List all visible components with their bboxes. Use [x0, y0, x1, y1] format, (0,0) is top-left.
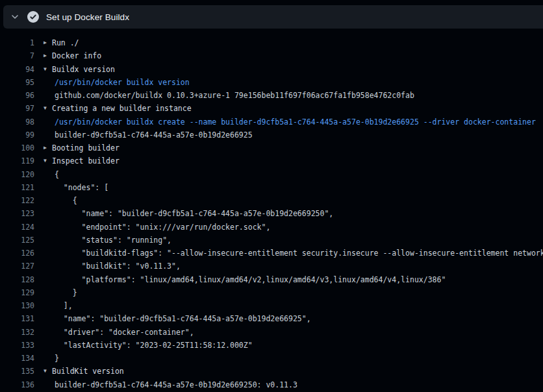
- line-number[interactable]: 132: [0, 326, 34, 339]
- log-output-text: "buildkitd-flags": "--allow-insecure-ent…: [44, 247, 543, 260]
- check-circle-icon: [27, 11, 39, 23]
- line-number[interactable]: 120: [0, 168, 34, 181]
- triangle-right-icon: ▶: [44, 49, 49, 62]
- chevron-down-icon[interactable]: [10, 12, 20, 22]
- log-output-text: "buildkit": "v0.11.3",: [44, 260, 181, 273]
- log-group-header[interactable]: ▼Creating a new builder instance: [44, 102, 192, 115]
- triangle-right-icon: ▶: [44, 141, 49, 154]
- log-output-text: "endpoint": "unix:///var/run/docker.sock…: [44, 221, 270, 234]
- log-line: 120{: [0, 168, 543, 181]
- log-line: 132 "driver": "docker-container",: [0, 326, 543, 339]
- log-group-header[interactable]: ▶Booting builder: [44, 141, 120, 154]
- log-group-title: Inspect builder: [52, 154, 120, 167]
- line-number[interactable]: 128: [0, 273, 34, 286]
- log-group-title: Buildx version: [52, 63, 115, 76]
- log-line: 119▼Inspect builder: [0, 154, 543, 167]
- log-group-header[interactable]: ▼BuildKit version: [44, 365, 124, 378]
- line-number[interactable]: 98: [0, 116, 34, 129]
- log-line: 135▼BuildKit version: [0, 365, 543, 378]
- log-output-text: "lastActivity": "2023-02-25T11:58:12.000…: [44, 339, 253, 352]
- log-line: 134}: [0, 352, 543, 365]
- log-output-text: "status": "running",: [44, 234, 171, 247]
- log-line: 126 "buildkitd-flags": "--allow-insecure…: [0, 247, 543, 260]
- triangle-down-icon: ▼: [44, 63, 49, 76]
- log-line: 122 {: [0, 194, 543, 207]
- log-line: 136builder-d9cfb5a1-c764-445a-a57e-0b19d…: [0, 378, 543, 391]
- triangle-down-icon: ▼: [44, 102, 49, 115]
- log-group-title: BuildKit version: [52, 365, 124, 378]
- log-group-header[interactable]: ▶Run ./: [44, 36, 79, 49]
- log-line: 124 "endpoint": "unix:///var/run/docker.…: [0, 221, 543, 234]
- line-number[interactable]: 136: [0, 378, 34, 391]
- log-output-text: {: [44, 194, 77, 207]
- log-line: 95/usr/bin/docker buildx version: [0, 76, 543, 89]
- line-number[interactable]: 97: [0, 102, 34, 115]
- line-number[interactable]: 119: [0, 154, 34, 167]
- triangle-down-icon: ▼: [44, 365, 49, 378]
- step-header[interactable]: Set up Docker Buildx: [3, 5, 543, 29]
- log-group-header[interactable]: ▶Docker info: [44, 49, 101, 62]
- log-line: 100▶Booting builder: [0, 141, 543, 154]
- log-output-text: ],: [44, 299, 73, 312]
- line-number[interactable]: 125: [0, 234, 34, 247]
- log-line: 1▶Run ./: [0, 36, 543, 49]
- line-number[interactable]: 129: [0, 286, 34, 299]
- line-number[interactable]: 121: [0, 181, 34, 194]
- step-title: Set up Docker Buildx: [46, 12, 129, 22]
- line-number[interactable]: 127: [0, 260, 34, 273]
- line-number[interactable]: 95: [0, 76, 34, 89]
- log-output-text: builder-d9cfb5a1-c764-445a-a57e-0b19d2e6…: [44, 378, 297, 391]
- log-output-text: github.com/docker/buildx 0.10.3+azure-1 …: [44, 89, 414, 102]
- log-output-text: "platforms": "linux/amd64,linux/amd64/v2…: [44, 273, 446, 286]
- log-group-title: Creating a new builder instance: [52, 102, 192, 115]
- log-output-text: "name": "builder-d9cfb5a1-c764-445a-a57e…: [44, 312, 311, 325]
- log-output-text: "name": "builder-d9cfb5a1-c764-445a-a57e…: [44, 207, 333, 220]
- log-line: 99builder-d9cfb5a1-c764-445a-a57e-0b19d2…: [0, 129, 543, 141]
- log-line: 129 }: [0, 286, 543, 299]
- log-line: 130 ],: [0, 299, 543, 312]
- line-number[interactable]: 135: [0, 365, 34, 378]
- line-number[interactable]: 94: [0, 63, 34, 76]
- line-number[interactable]: 7: [0, 49, 34, 62]
- line-number[interactable]: 134: [0, 352, 34, 365]
- log-command-text: /usr/bin/docker buildx create --name bui…: [44, 116, 536, 129]
- log-output-text: {: [44, 168, 59, 181]
- line-number[interactable]: 130: [0, 299, 34, 312]
- log-group-title: Run ./: [52, 36, 79, 49]
- log-group-header[interactable]: ▼Inspect builder: [44, 154, 120, 167]
- log-output-text: }: [44, 352, 59, 365]
- log-line: 121 "nodes": [: [0, 181, 543, 194]
- log-group-title: Docker info: [52, 49, 101, 62]
- line-number[interactable]: 131: [0, 312, 34, 325]
- log-output-text: "driver": "docker-container",: [44, 326, 194, 339]
- line-number[interactable]: 133: [0, 339, 34, 352]
- log-line: 131 "name": "builder-d9cfb5a1-c764-445a-…: [0, 312, 543, 325]
- line-number[interactable]: 122: [0, 194, 34, 207]
- line-number[interactable]: 99: [0, 129, 34, 141]
- log-line: 97▼Creating a new builder instance: [0, 102, 543, 115]
- log-line: 96github.com/docker/buildx 0.10.3+azure-…: [0, 89, 543, 102]
- triangle-down-icon: ▼: [44, 154, 49, 167]
- log-output-text: "nodes": [: [44, 181, 108, 194]
- log-group-title: Booting builder: [52, 141, 120, 154]
- log-command-text: /usr/bin/docker buildx version: [44, 76, 190, 89]
- line-number[interactable]: 1: [0, 36, 34, 49]
- line-number[interactable]: 100: [0, 141, 34, 154]
- line-number[interactable]: 123: [0, 207, 34, 220]
- log-line: 7▶Docker info: [0, 49, 543, 62]
- line-number[interactable]: 124: [0, 221, 34, 234]
- log-line: 127 "buildkit": "v0.11.3",: [0, 260, 543, 273]
- log-line: 98/usr/bin/docker buildx create --name b…: [0, 116, 543, 129]
- log-line: 125 "status": "running",: [0, 234, 543, 247]
- log-line: 128 "platforms": "linux/amd64,linux/amd6…: [0, 273, 543, 286]
- triangle-right-icon: ▶: [44, 36, 49, 49]
- log-group-header[interactable]: ▼Buildx version: [44, 63, 115, 76]
- line-number[interactable]: 96: [0, 89, 34, 102]
- log-line: 133 "lastActivity": "2023-02-25T11:58:12…: [0, 339, 543, 352]
- log-output-text: builder-d9cfb5a1-c764-445a-a57e-0b19d2e6…: [44, 129, 253, 141]
- log-output-text: }: [44, 286, 77, 299]
- log-viewer[interactable]: 1▶Run ./7▶Docker info94▼Buildx version95…: [0, 29, 543, 392]
- log-line: 94▼Buildx version: [0, 63, 543, 76]
- log-line: 123 "name": "builder-d9cfb5a1-c764-445a-…: [0, 207, 543, 220]
- line-number[interactable]: 126: [0, 247, 34, 260]
